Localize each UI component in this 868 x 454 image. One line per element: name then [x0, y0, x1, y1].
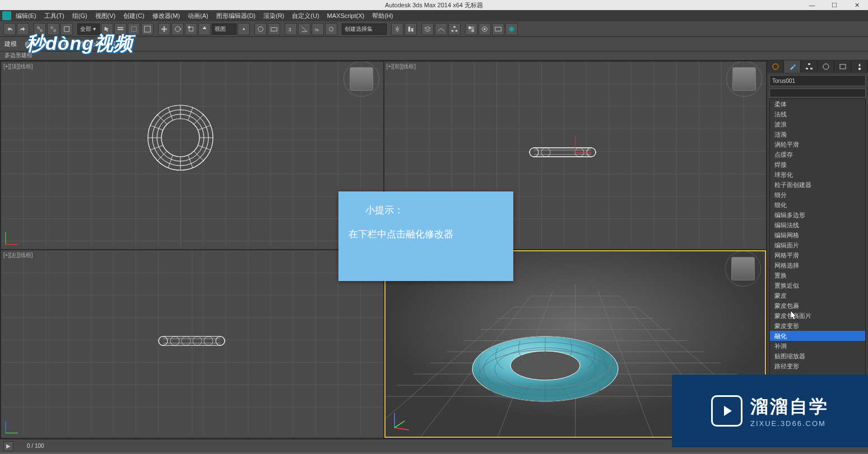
modifier-item[interactable]: 置换近似	[770, 280, 865, 291]
scale-button[interactable]	[185, 23, 197, 35]
ribbon-modeling[interactable]: 建模	[4, 40, 17, 48]
render-frame-button[interactable]	[492, 23, 504, 35]
modifier-item[interactable]: 补洞	[770, 341, 865, 351]
menu-tools[interactable]: 工具(T)	[42, 11, 67, 21]
modifier-item[interactable]: 焊接	[770, 160, 865, 170]
svg-line-70	[168, 107, 173, 120]
modifier-item[interactable]: 编辑面片	[770, 240, 865, 250]
viewport-top[interactable]: [+][顶][线框]	[1, 62, 383, 249]
modifier-item[interactable]: 编辑网格	[770, 230, 865, 240]
percent-snap-button[interactable]: %	[312, 23, 324, 35]
modifier-item[interactable]: 网格平滑	[770, 250, 865, 260]
svg-line-71	[188, 107, 193, 120]
close-button[interactable]: ✕	[846, 0, 868, 10]
menu-edit[interactable]: 编辑(E)	[13, 11, 39, 21]
torus-top-wire	[147, 104, 214, 171]
modifier-item[interactable]: 涡轮平滑	[770, 139, 865, 149]
menu-customize[interactable]: 自定义(U)	[290, 11, 321, 21]
modifier-dropdown[interactable]	[769, 88, 866, 97]
watermark-icon	[711, 395, 742, 427]
render-button[interactable]	[505, 23, 518, 35]
tab-hierarchy[interactable]	[801, 60, 818, 73]
viewport-left[interactable]: [+][左][线框]	[1, 250, 383, 438]
modifier-item[interactable]: 球形化	[770, 170, 865, 180]
angle-snap-button[interactable]	[298, 23, 310, 35]
modifier-item[interactable]: 蒙皮	[770, 291, 865, 301]
tab-create[interactable]	[767, 60, 784, 73]
viewport-top-label[interactable]: [+][顶][线框]	[3, 63, 33, 71]
menu-views[interactable]: 视图(V)	[93, 11, 118, 21]
undo-button[interactable]	[3, 23, 16, 35]
curve-editor-button[interactable]	[435, 23, 447, 35]
modifier-item[interactable]: 融化	[770, 331, 865, 341]
menu-group[interactable]: 组(G)	[70, 11, 90, 21]
modifier-item[interactable]: 细化	[770, 200, 865, 210]
viewport-front-label[interactable]: [+][前][线框]	[387, 63, 416, 71]
modifier-item[interactable]: 置换	[770, 270, 865, 280]
snap-button[interactable]: 3	[285, 23, 297, 35]
app-icon[interactable]	[2, 11, 11, 20]
modifier-item[interactable]: 柔体	[770, 99, 865, 109]
svg-text:%: %	[315, 27, 319, 32]
viewcube-top[interactable]	[350, 67, 373, 91]
manipulate-button[interactable]	[254, 23, 267, 35]
svg-rect-23	[456, 30, 458, 31]
svg-rect-19	[409, 26, 411, 31]
modifier-item[interactable]: 蒙皮变形	[770, 321, 865, 331]
ref-coord[interactable]: 视图	[212, 24, 236, 35]
torus-persp	[464, 313, 626, 408]
play-button[interactable]: ▶	[3, 441, 13, 451]
svg-point-104	[541, 148, 550, 157]
modifier-item[interactable]: 蒙皮包裹面片	[770, 311, 865, 321]
tab-utilities[interactable]	[851, 60, 868, 73]
menu-modifiers[interactable]: 修改器(M)	[150, 11, 183, 21]
command-tabs	[767, 60, 868, 73]
viewcube-persp[interactable]	[731, 257, 755, 280]
rotate-button[interactable]	[171, 23, 184, 35]
material-editor-button[interactable]	[465, 23, 477, 35]
menu-create[interactable]: 创建(C)	[121, 11, 146, 21]
viewcube-front[interactable]	[732, 67, 756, 91]
minimize-button[interactable]: —	[801, 0, 823, 10]
menu-bar: 编辑(E) 工具(T) 组(G) 视图(V) 创建(C) 修改器(M) 动画(A…	[0, 10, 868, 21]
menu-graph[interactable]: 图形编辑器(D)	[214, 11, 258, 21]
named-selection[interactable]: 创建选择集	[342, 24, 387, 35]
menu-help[interactable]: 帮助(H)	[370, 11, 395, 21]
render-setup-button[interactable]	[479, 23, 491, 35]
select-window-button[interactable]	[141, 23, 154, 35]
keyboard-button[interactable]	[268, 23, 280, 35]
tab-modify[interactable]	[784, 60, 801, 73]
maximize-button[interactable]: ☐	[823, 0, 846, 10]
align-button[interactable]	[405, 23, 417, 35]
placement-button[interactable]	[198, 23, 211, 35]
modifier-item[interactable]: 编辑多边形	[770, 210, 865, 220]
pivot-center-button[interactable]	[238, 23, 250, 35]
svg-text:3: 3	[289, 26, 291, 32]
modifier-item[interactable]: 粒子面创建器	[770, 180, 865, 190]
modifier-item[interactable]: 编辑法线	[770, 220, 865, 230]
mirror-button[interactable]	[391, 23, 403, 35]
tab-display[interactable]	[834, 60, 851, 73]
modifier-item[interactable]: 贴图缩放器	[770, 351, 865, 361]
viewport-left-label[interactable]: [+][左][线框]	[3, 251, 33, 259]
modifier-item[interactable]: 点缓存	[770, 149, 865, 160]
move-button[interactable]	[158, 23, 170, 35]
modifier-item[interactable]: 法线	[770, 109, 865, 119]
tab-motion[interactable]	[818, 60, 834, 73]
object-name-field[interactable]	[769, 75, 866, 86]
svg-rect-178	[840, 64, 846, 69]
menu-render[interactable]: 渲染(R)	[261, 11, 286, 21]
schematic-button[interactable]	[448, 23, 461, 35]
modifier-item[interactable]: 路径变形	[770, 361, 865, 371]
modifier-item[interactable]: 波浪	[770, 119, 865, 129]
svg-point-138	[170, 336, 179, 345]
menu-maxscript[interactable]: MAXScript(X)	[325, 11, 367, 20]
spinner-snap-button[interactable]	[325, 23, 337, 35]
svg-rect-30	[495, 27, 502, 31]
modifier-item[interactable]: 涟漪	[770, 129, 865, 139]
modifier-item[interactable]: 细分	[770, 190, 865, 200]
menu-animation[interactable]: 动画(A)	[185, 11, 211, 21]
layers-button[interactable]	[421, 23, 434, 35]
modifier-item[interactable]: 网格选择	[770, 260, 865, 270]
modifier-item[interactable]: 蒙皮包裹	[770, 301, 865, 311]
